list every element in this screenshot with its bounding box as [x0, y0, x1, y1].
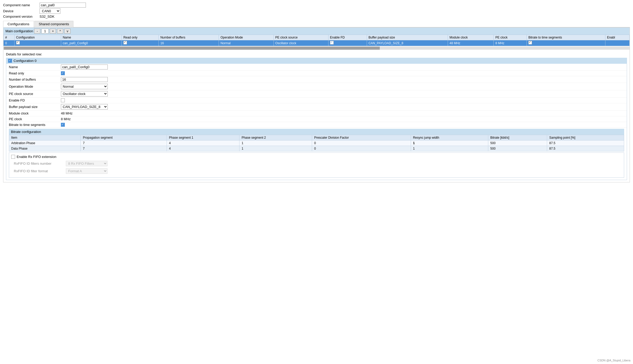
pe-clock-source-select[interactable]: Oscillator clock — [61, 91, 108, 97]
col-op-mode: Operation Mode — [219, 35, 274, 40]
filter-format-label: RxFIFO ID filter format — [14, 169, 66, 173]
cell-pe-clock-source: Oscillator clock — [274, 40, 328, 46]
bitrate-label: Bitrate to time segments — [9, 123, 61, 127]
read-only-label: Read only — [9, 71, 61, 75]
pe-clock-row: PE clock 8 MHz — [6, 116, 627, 122]
cell-arb-phase2: 1 — [239, 141, 312, 146]
bitrate-header-row: Item Propagation segment Phase segment 1… — [9, 135, 624, 141]
cell-data-resync: 1 — [411, 146, 488, 151]
plus-button[interactable]: + — [50, 29, 56, 34]
rx-fifo-label: Enable Rx FIFO extension — [17, 155, 56, 159]
rx-fifo-filters-row: RxFIFO ID filters number 8 Rx FIFO Filte… — [11, 160, 622, 167]
name-row: Name — [6, 64, 627, 71]
col-pe-clock-source: PE clock source — [274, 35, 328, 40]
cell-data-prop: 7 — [81, 146, 167, 151]
filter-format-select[interactable]: Format A — [66, 168, 107, 174]
cell-data-sampling: 87.5 — [547, 146, 624, 151]
bitrate-row-arbitration[interactable]: Arbitration Phase 7 4 1 0 1 500 87.5 — [9, 141, 624, 146]
scrollbar-thumb — [4, 47, 380, 50]
filters-number-select[interactable]: 8 Rx FIFO Filters — [66, 161, 107, 166]
cell-enable-fd — [328, 40, 367, 46]
cell-arb-sampling: 87.5 — [547, 141, 624, 146]
buffer-payload-select[interactable]: CAN_PAYLOAD_SIZE_8 — [61, 104, 108, 110]
up-button[interactable]: ^ — [57, 29, 63, 34]
col-num-buffers: Number of buffers — [159, 35, 219, 40]
watermark: CSDN @A_Stupid_Libera — [597, 359, 630, 362]
pe-clock-label: PE clock — [9, 117, 61, 121]
table-row[interactable]: 0 can_pal0_Config0 16 Normal Oscillator … — [4, 40, 630, 46]
minus-button[interactable]: - — [34, 29, 40, 34]
op-mode-select[interactable]: Normal — [61, 84, 108, 89]
col-module-clock: Module clock — [448, 35, 493, 40]
component-name-row: Component name — [3, 3, 630, 8]
num-buffers-input[interactable] — [61, 77, 108, 82]
device-row: Device CAN0 — [3, 8, 630, 14]
version-label: Component version — [3, 15, 40, 18]
table-header-row: # Configuration Name Read only Number of… — [4, 35, 630, 40]
bcol-phase-seg1: Phase segment 1 — [167, 135, 239, 141]
tab-shared-components[interactable]: Shared components — [34, 21, 73, 27]
component-name-label: Component name — [3, 3, 40, 7]
table-scrollbar[interactable] — [3, 47, 630, 50]
read-only-checkbox[interactable] — [61, 71, 65, 75]
module-clock-label: Module clock — [9, 111, 61, 115]
cell-bitrate — [527, 40, 605, 46]
tabs-row: Configurations Shared components — [3, 21, 630, 27]
bitrate-row: Bitrate to time segments — [6, 122, 627, 128]
bcol-item: Item — [9, 135, 81, 141]
bcol-resync: Resync jump width — [411, 135, 488, 141]
col-enable-fd: Enable FD — [328, 35, 367, 40]
num-buffers-label: Number of buffers — [9, 78, 61, 81]
cell-pe-clock: 8 MHz — [494, 40, 527, 46]
main-config-bar: Main configuration - + ^ v — [3, 28, 630, 35]
cell-arb-prescaler: 0 — [312, 141, 411, 146]
num-buffers-row: Number of buffers — [6, 76, 627, 83]
bcol-prop-seg: Propagation segment — [81, 135, 167, 141]
details-label: Details for selected row: — [6, 52, 627, 56]
name-label: Name — [9, 65, 61, 69]
bcol-phase-seg2: Phase segment 2 — [239, 135, 312, 141]
cell-arb-prop: 7 — [81, 141, 167, 146]
cell-data-item: Data Phase — [9, 146, 81, 151]
bcol-sampling: Sampling point [%] — [547, 135, 624, 141]
name-input[interactable] — [61, 65, 108, 69]
filters-number-label: RxFIFO ID filters number — [14, 162, 66, 165]
cell-data-phase2: 1 — [239, 146, 312, 151]
device-select[interactable]: CAN0 — [40, 8, 60, 14]
cell-data-bitrate: 500 — [488, 146, 547, 151]
bitrate-checkbox[interactable] — [61, 123, 65, 127]
table-container: # Configuration Name Read only Number of… — [3, 35, 630, 46]
enable-fd-label: Enable FD — [9, 98, 61, 102]
cell-arb-bitrate: 500 — [488, 141, 547, 146]
cell-enabl — [605, 40, 630, 46]
device-label: Device — [3, 9, 40, 13]
down-button[interactable]: v — [64, 29, 71, 34]
main-config-label: Main configuration — [5, 29, 33, 33]
config0-checkbox[interactable] — [8, 59, 12, 63]
pe-clock-source-row: PE clock source Oscillator clock — [6, 90, 627, 98]
col-buffer-payload: Buffer payload size — [367, 35, 448, 40]
config-table: # Configuration Name Read only Number of… — [3, 35, 630, 46]
buffer-payload-row: Buffer payload size CAN_PAYLOAD_SIZE_8 — [6, 103, 627, 111]
col-pe-clock: PE clock — [494, 35, 527, 40]
module-clock-row: Module clock 48 MHz — [6, 111, 627, 116]
bitrate-row-data[interactable]: Data Phase 7 4 1 0 1 500 87.5 — [9, 146, 624, 151]
col-read-only: Read only — [122, 35, 159, 40]
enable-fd-checkbox[interactable] — [61, 98, 65, 102]
cell-module-clock: 48 MHz — [448, 40, 493, 46]
bitrate-header: Bitrate configuration — [9, 129, 624, 135]
version-row: Component version S32_SDK — [3, 15, 630, 18]
config0-title: Configuration 0 — [14, 59, 36, 63]
op-mode-row: Operation Mode Normal — [6, 83, 627, 90]
config-number-input[interactable] — [41, 29, 49, 34]
col-configuration: Configuration — [14, 35, 61, 40]
rx-fifo-checkbox[interactable] — [11, 155, 15, 159]
component-name-input[interactable] — [40, 3, 86, 8]
module-clock-value: 48 MHz — [61, 111, 73, 115]
enable-fd-row: Enable FD — [6, 98, 627, 103]
tab-configurations[interactable]: Configurations — [3, 21, 34, 27]
cell-num: 0 — [4, 40, 15, 46]
header-section: Component name Device CAN0 Component ver… — [3, 3, 630, 18]
rx-fifo-format-row: RxFIFO ID filter format Format A — [11, 168, 622, 174]
op-mode-label: Operation Mode — [9, 85, 61, 88]
